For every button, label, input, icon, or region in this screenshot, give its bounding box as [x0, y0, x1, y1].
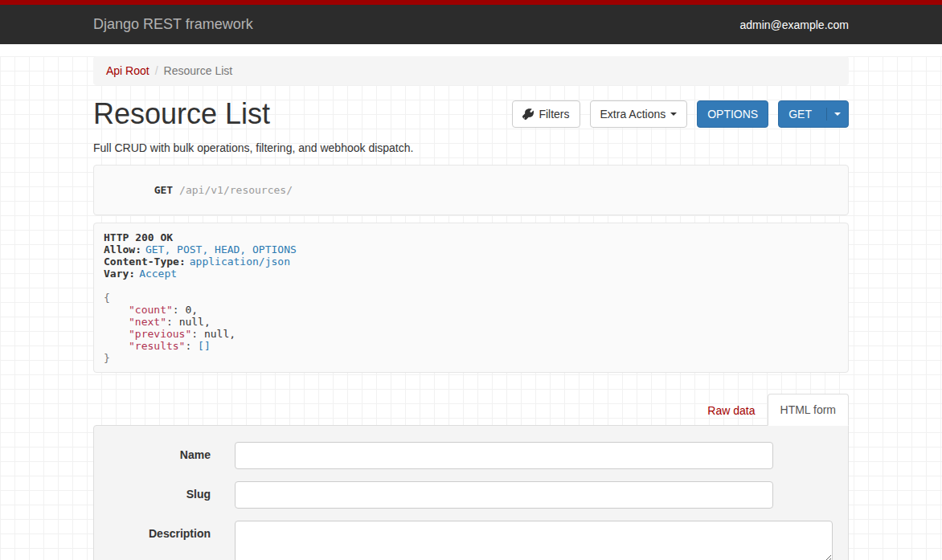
- json-line-count: "count": 0,: [104, 304, 838, 316]
- tab-raw-data[interactable]: Raw data: [695, 396, 767, 425]
- slug-field-label: Slug: [94, 481, 235, 501]
- get-dropdown-toggle[interactable]: [826, 108, 848, 121]
- resource-description: Full CRUD with bulk operations, filterin…: [93, 141, 849, 154]
- get-split-button: GET: [778, 100, 849, 128]
- user-menu[interactable]: admin@example.com: [739, 18, 849, 31]
- extra-actions-button[interactable]: Extra Actions: [590, 100, 688, 128]
- description-field[interactable]: [235, 521, 833, 560]
- page-title: Resource List: [93, 98, 270, 130]
- name-field-label: Name: [94, 442, 235, 461]
- response-status: HTTP 200 OK: [104, 231, 173, 243]
- name-field[interactable]: [235, 442, 773, 469]
- breadcrumb-separator: /: [155, 64, 158, 77]
- slug-field[interactable]: [235, 481, 773, 509]
- caret-down-icon: [670, 112, 677, 116]
- filters-button[interactable]: Filters: [512, 100, 580, 128]
- html-form-panel: Name Slug Description: [93, 425, 849, 560]
- json-open-brace: {: [104, 292, 110, 304]
- wrench-icon: [522, 108, 534, 120]
- navbar: Django REST framework admin@example.com: [0, 5, 942, 44]
- form-tabs: Raw data HTML form: [93, 394, 849, 425]
- extra-actions-label: Extra Actions: [600, 106, 666, 122]
- form-row-slug: Slug: [94, 481, 848, 509]
- json-close-brace: }: [104, 352, 110, 364]
- options-button-label: OPTIONS: [707, 106, 758, 122]
- blank-line: [104, 280, 838, 292]
- json-line-results: "results": []: [104, 340, 838, 352]
- header-allow: Allow:: [104, 243, 141, 255]
- breadcrumb-current: Resource List: [164, 64, 233, 77]
- json-line-next: "next": null,: [104, 316, 838, 328]
- toolbar: Filters Extra Actions OPTIONS GET: [512, 98, 849, 128]
- brand-title[interactable]: Django REST framework: [93, 16, 253, 33]
- response-info: HTTP 200 OK Allow:GET, POST, HEAD, OPTIO…: [93, 223, 849, 373]
- breadcrumb: Api Root / Resource List: [93, 56, 849, 85]
- options-button[interactable]: OPTIONS: [697, 100, 768, 128]
- breadcrumb-api-root-link[interactable]: Api Root: [106, 64, 149, 77]
- form-row-description: Description: [94, 521, 848, 560]
- request-path: /api/v1/resources/: [179, 184, 293, 196]
- request-method: GET: [154, 184, 173, 196]
- tab-html-form[interactable]: HTML form: [768, 394, 849, 426]
- filters-button-label: Filters: [539, 106, 569, 122]
- page-background: Api Root / Resource List Resource List F…: [0, 56, 942, 560]
- header-vary: Vary:: [104, 268, 135, 280]
- request-info: GET/api/v1/resources/: [93, 165, 849, 215]
- form-row-name: Name: [94, 442, 848, 469]
- header-content-type: Content-Type:: [104, 255, 186, 268]
- caret-down-icon: [834, 112, 841, 116]
- json-line-previous: "previous": null,: [104, 328, 838, 340]
- description-field-label: Description: [94, 521, 235, 540]
- get-button[interactable]: GET: [779, 101, 821, 127]
